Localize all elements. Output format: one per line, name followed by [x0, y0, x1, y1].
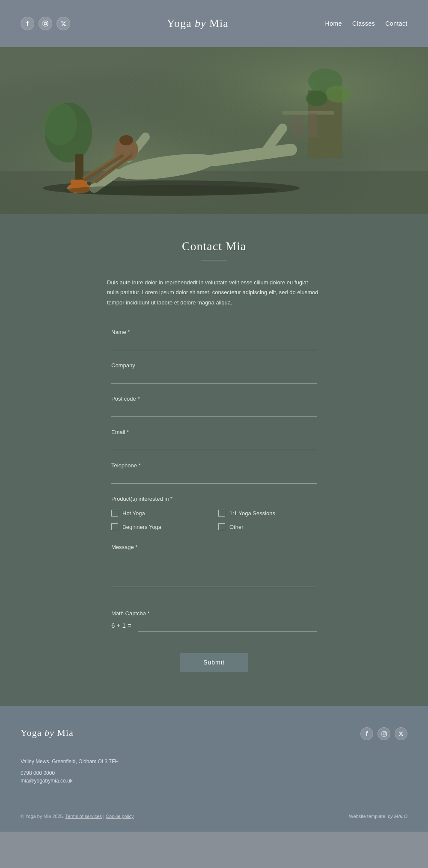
x-footer-icon[interactable]: [395, 727, 407, 740]
svg-point-36: [385, 732, 385, 733]
svg-point-31: [119, 135, 133, 145]
cookie-link[interactable]: Cookie policy: [106, 814, 134, 819]
contact-title: Contact Mia: [21, 239, 407, 253]
email-label: Email *: [111, 429, 317, 435]
footer-email[interactable]: mia@yogabymia.co.uk: [21, 778, 407, 784]
copyright-text: © Yoga by Mia 2025.: [21, 814, 64, 819]
nav-home[interactable]: Home: [325, 20, 342, 27]
site-logo[interactable]: Yoga by Mia: [167, 17, 229, 30]
logo-text: Yoga: [167, 17, 195, 30]
facebook-header-icon[interactable]: [21, 17, 34, 30]
telephone-field-group: Telephone *: [111, 462, 317, 484]
email-field-group: Email *: [111, 429, 317, 450]
telephone-input[interactable]: [111, 471, 317, 484]
1to1-yoga-checkbox-item[interactable]: 1:1 Yoga Sessions: [218, 510, 317, 517]
footer-logo-by: by: [45, 727, 54, 738]
svg-rect-19: [291, 115, 304, 137]
footer-phone: 0798 000 0000: [21, 770, 407, 776]
1to1-yoga-checkbox[interactable]: [218, 510, 225, 517]
footer-top: Yoga by Mia f: [21, 727, 407, 740]
title-divider: [201, 260, 227, 260]
footer: Yoga by Mia f Valley Mews, Greenfield, O…: [0, 706, 428, 832]
1to1-yoga-label: 1:1 Yoga Sessions: [229, 510, 275, 517]
svg-point-32: [130, 151, 134, 155]
footer-logo-text: Yoga: [21, 727, 45, 738]
svg-rect-34: [382, 732, 386, 736]
company-label: Company: [111, 362, 317, 369]
message-textarea[interactable]: [111, 553, 317, 587]
name-input[interactable]: [111, 338, 317, 350]
submit-button[interactable]: Submit: [180, 653, 248, 672]
svg-point-12: [306, 91, 327, 106]
logo-by: by: [195, 17, 206, 30]
nav-classes[interactable]: Classes: [352, 20, 375, 27]
contact-form: Name * Company Post code * Email * Telep…: [111, 329, 317, 672]
header: Yoga by Mia Home Classes Contact: [0, 0, 428, 47]
message-label: Message *: [111, 544, 317, 550]
svg-point-33: [64, 185, 278, 195]
captcha-label: Math Captcha *: [111, 610, 317, 617]
hot-yoga-checkbox-item[interactable]: Hot Yoga: [111, 510, 210, 517]
telephone-label: Telephone *: [111, 462, 317, 469]
company-input[interactable]: [111, 371, 317, 384]
footer-logo[interactable]: Yoga by Mia: [21, 727, 74, 738]
main-nav: Home Classes Contact: [325, 20, 407, 27]
terms-link[interactable]: Terms of services: [65, 814, 102, 819]
svg-rect-0: [43, 21, 48, 26]
checkbox-grid: Hot Yoga 1:1 Yoga Sessions Beginners Yog…: [111, 510, 317, 530]
hot-yoga-checkbox[interactable]: [111, 510, 118, 517]
captcha-row: 6 + 1 =: [111, 619, 317, 632]
facebook-footer-icon[interactable]: f: [360, 727, 373, 740]
postcode-label: Post code *: [111, 396, 317, 402]
postcode-input[interactable]: [111, 404, 317, 417]
footer-copyright: © Yoga by Mia 2025. Terms of services | …: [21, 814, 134, 819]
contact-description: Duis aute irure dolor in reprehenderit i…: [107, 278, 321, 307]
nav-contact[interactable]: Contact: [385, 20, 407, 27]
name-field-group: Name *: [111, 329, 317, 350]
captcha-input[interactable]: [138, 619, 317, 632]
hero-section: [0, 47, 428, 214]
svg-point-2: [47, 22, 47, 22]
svg-point-11: [325, 86, 351, 103]
svg-point-14: [43, 103, 77, 145]
beginners-yoga-checkbox[interactable]: [111, 523, 118, 530]
name-label: Name *: [111, 329, 317, 335]
captcha-equation: 6 + 1 =: [111, 622, 131, 629]
svg-point-1: [44, 22, 47, 25]
email-input[interactable]: [111, 438, 317, 450]
hot-yoga-label: Hot Yoga: [122, 510, 145, 517]
instagram-footer-icon[interactable]: [377, 727, 390, 740]
beginners-yoga-checkbox-item[interactable]: Beginners Yoga: [111, 523, 210, 530]
header-social-links: [21, 17, 70, 30]
instagram-header-icon[interactable]: [39, 17, 52, 30]
other-checkbox[interactable]: [218, 523, 225, 530]
logo-name: Mia: [206, 17, 228, 30]
other-checkbox-item[interactable]: Other: [218, 523, 317, 530]
postcode-field-group: Post code *: [111, 396, 317, 417]
footer-logo-name: Mia: [54, 727, 74, 738]
footer-template: Website template by MALO: [349, 814, 407, 819]
footer-bottom: © Yoga by Mia 2025. Terms of services | …: [21, 801, 407, 819]
x-header-icon[interactable]: [56, 17, 70, 30]
footer-social-links: f: [360, 727, 407, 740]
message-field-group: Message *: [111, 544, 317, 589]
contact-section: Contact Mia Duis aute irure dolor in rep…: [0, 214, 428, 706]
products-field-group: Product(s) interested in * Hot Yoga 1:1 …: [111, 496, 317, 530]
hero-image: [0, 47, 428, 214]
products-label: Product(s) interested in *: [111, 496, 317, 502]
footer-address: Valley Mews, Greenfield, Oldham OL3 7FH: [21, 757, 407, 767]
svg-point-35: [383, 732, 385, 735]
beginners-yoga-label: Beginners Yoga: [122, 524, 161, 530]
other-label: Other: [229, 524, 244, 530]
svg-rect-20: [308, 113, 317, 137]
captcha-group: Math Captcha * 6 + 1 =: [111, 610, 317, 632]
company-field-group: Company: [111, 362, 317, 384]
